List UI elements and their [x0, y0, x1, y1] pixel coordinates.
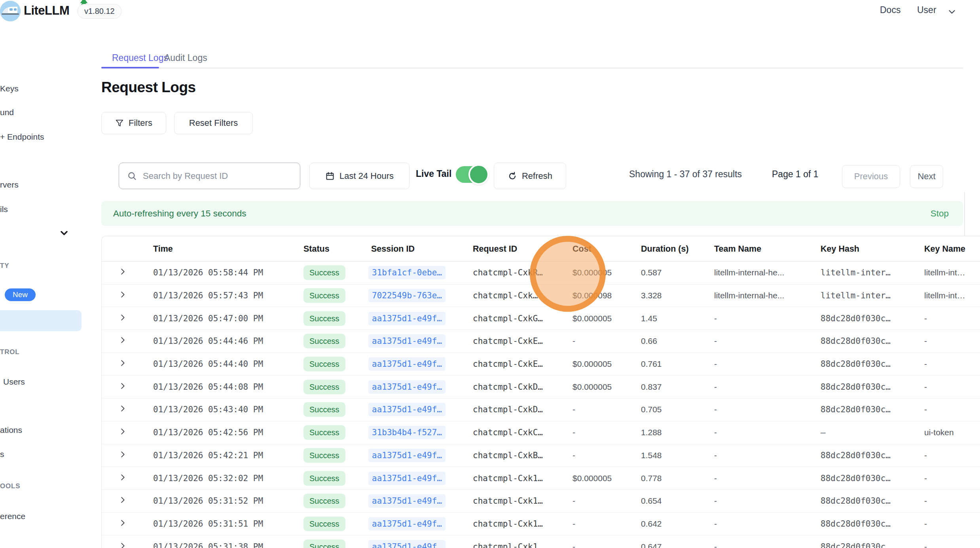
session-id-link[interactable]: aa1375d1-e49f…: [368, 357, 445, 371]
refresh-button[interactable]: Refresh: [494, 163, 566, 189]
auto-refresh-message: Auto-refreshing every 15 seconds: [113, 209, 246, 219]
cell-status: Success: [303, 539, 345, 548]
table-row: 01/13/2026 05:44:46 PM Success aa1375d1-…: [102, 330, 980, 353]
cell-session-id: aa1375d1-e49f…: [368, 494, 445, 508]
col-header-key-hash: Key Hash: [821, 244, 859, 254]
cell-key-name: litellm-int…: [924, 291, 965, 300]
chevron-down-icon[interactable]: [947, 7, 957, 17]
sidebar-item-users[interactable]: Users: [3, 377, 25, 387]
cell-cost: -: [572, 336, 575, 346]
cell-request-id: chatcmpl-CxkE…: [473, 359, 543, 369]
cell-key-hash: 88dc28d0f030c…: [821, 359, 891, 369]
sidebar-item-reference[interactable]: erence: [0, 512, 25, 521]
row-expand-chevron-icon[interactable]: [118, 541, 127, 548]
cell-key-name: -: [924, 314, 927, 323]
row-expand-chevron-icon[interactable]: [118, 381, 127, 392]
row-expand-chevron-icon[interactable]: [118, 336, 127, 347]
session-id-link[interactable]: aa1375d1-e49f…: [368, 403, 445, 416]
user-menu[interactable]: User: [917, 5, 936, 15]
session-id-link[interactable]: 31bfa1cf-0ebe…: [368, 266, 445, 279]
row-expand-chevron-icon[interactable]: [118, 359, 127, 370]
col-header-request-id: Request ID: [473, 244, 517, 254]
session-id-link[interactable]: aa1375d1-e49f…: [368, 312, 445, 325]
refresh-label: Refresh: [522, 171, 552, 181]
cell-session-id: 31bfa1cf-0ebe…: [368, 266, 445, 279]
cell-key-hash: 88dc28d0f030c…: [821, 519, 891, 529]
cell-request-id: chatcmpl-Cxk1…: [473, 496, 543, 506]
previous-page-button[interactable]: Previous: [842, 165, 900, 188]
sidebar-item-servers[interactable]: rvers: [0, 180, 19, 190]
next-page-button[interactable]: Next: [910, 165, 943, 188]
time-range-label: Last 24 Hours: [339, 171, 394, 181]
cell-duration: 0.778: [641, 474, 662, 483]
cell-session-id: aa1375d1-e49f…: [368, 517, 445, 531]
search-input[interactable]: [143, 171, 285, 181]
cell-duration: 0.761: [641, 359, 662, 369]
sidebar-item-models-endpoints[interactable]: + Endpoints: [0, 132, 44, 142]
row-expand-chevron-icon[interactable]: [118, 267, 127, 278]
live-tail-toggle[interactable]: [456, 166, 487, 183]
row-expand-chevron-icon[interactable]: [118, 496, 127, 506]
cell-request-id: chatcmpl-CxkR…: [473, 268, 543, 277]
session-id-link[interactable]: aa1375d1-e49f…: [368, 472, 445, 485]
session-id-link[interactable]: aa1375d1-e49f…: [368, 517, 445, 531]
sidebar-section-access-control: TROL: [0, 348, 19, 356]
status-badge: Success: [303, 265, 345, 280]
cell-key-name: -: [924, 496, 927, 506]
sidebar-collapse-chevron-icon[interactable]: [59, 228, 70, 239]
row-expand-chevron-icon[interactable]: [118, 450, 127, 461]
sidebar-item-guardrails[interactable]: ils: [0, 205, 8, 214]
cell-key-name: -: [924, 382, 927, 392]
reset-filters-button[interactable]: Reset Filters: [174, 112, 253, 134]
cell-key-hash: litellm-inter…: [821, 291, 891, 300]
docs-link[interactable]: Docs: [880, 5, 900, 15]
status-badge: Success: [303, 425, 345, 440]
sidebar-item-organizations[interactable]: ations: [0, 425, 22, 435]
row-expand-chevron-icon[interactable]: [118, 404, 127, 415]
session-id-link[interactable]: 31b3b4b4-f527…: [368, 426, 445, 439]
session-id-link[interactable]: 7022549b-763e…: [368, 289, 445, 302]
cell-duration: 0.642: [641, 519, 662, 529]
row-expand-chevron-icon[interactable]: [118, 473, 127, 484]
time-range-button[interactable]: Last 24 Hours: [309, 163, 409, 189]
cell-time: 01/13/2026 05:42:56 PM: [153, 428, 263, 437]
table-row: 01/13/2026 05:42:21 PM Success aa1375d1-…: [102, 444, 980, 467]
status-badge: Success: [303, 311, 345, 326]
row-expand-chevron-icon[interactable]: [118, 518, 127, 529]
cell-status: Success: [303, 516, 345, 531]
cell-duration: 1.288: [641, 428, 662, 437]
cell-cost: -: [572, 496, 575, 506]
cell-cost: $0.000005: [572, 382, 612, 392]
status-badge: Success: [303, 539, 345, 548]
stop-auto-refresh-link[interactable]: Stop: [931, 209, 949, 219]
session-id-link[interactable]: aa1375d1-e49f…: [368, 334, 445, 348]
sidebar-item-keys[interactable]: Keys: [0, 84, 19, 93]
table-row: 01/13/2026 05:32:02 PM Success aa1375d1-…: [102, 467, 980, 490]
request-id-search[interactable]: [119, 163, 300, 189]
table-row: 01/13/2026 05:31:52 PM Success aa1375d1-…: [102, 490, 980, 513]
cell-key-name: ui-token: [924, 428, 954, 437]
row-expand-chevron-icon[interactable]: [118, 290, 127, 301]
cell-time: 01/13/2026 05:31:51 PM: [153, 519, 263, 529]
col-header-status: Status: [303, 244, 330, 254]
filters-button-label: Filters: [129, 118, 152, 128]
status-badge: Success: [303, 288, 345, 303]
session-id-link[interactable]: aa1375d1-e49f…: [368, 380, 445, 394]
row-expand-chevron-icon[interactable]: [118, 313, 127, 324]
sidebar-item-teams[interactable]: s: [0, 449, 4, 459]
row-expand-chevron-icon[interactable]: [118, 427, 127, 438]
cell-team-name: -: [714, 496, 717, 506]
status-badge: Success: [303, 494, 345, 508]
filters-button[interactable]: Filters: [101, 112, 166, 134]
cell-key-name: -: [924, 336, 927, 346]
session-id-link[interactable]: aa1375d1-e49f…: [368, 494, 445, 508]
tab-request-logs[interactable]: Request Logs: [112, 53, 168, 63]
tab-audit-logs[interactable]: Audit Logs: [164, 53, 207, 63]
sidebar-item-logs-active[interactable]: [0, 310, 82, 331]
session-id-link[interactable]: aa1375d1-e49f…: [368, 449, 445, 462]
sidebar-item-playground[interactable]: und: [0, 108, 14, 117]
session-id-link[interactable]: aa1375d1-e49f…: [368, 540, 445, 548]
cell-key-hash: 88dc28d0f030c…: [821, 474, 891, 483]
table-row: 01/13/2026 05:43:40 PM Success aa1375d1-…: [102, 398, 980, 421]
cell-key-hash: 88dc28d0f030c…: [821, 451, 891, 460]
